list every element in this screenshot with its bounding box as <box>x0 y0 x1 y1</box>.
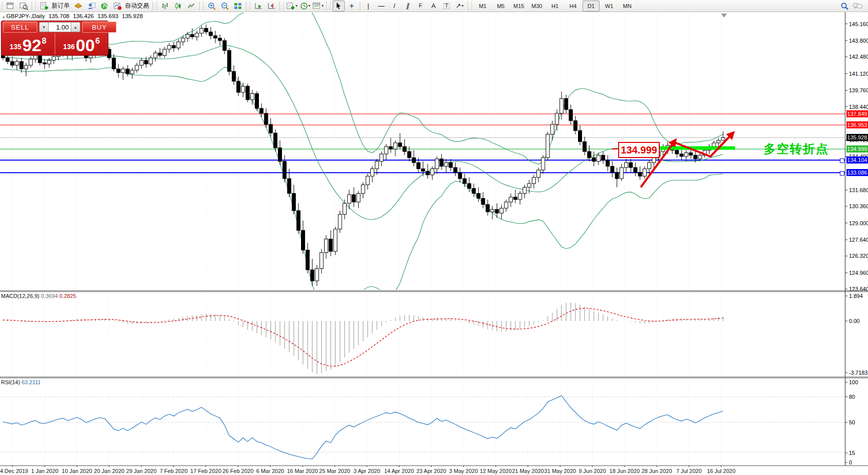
price-tick-label: 124.960 <box>849 270 868 276</box>
main-price-pane <box>0 0 845 317</box>
candle <box>689 153 692 155</box>
candle <box>629 163 633 168</box>
price-tick-label: 142.480 <box>849 54 868 60</box>
date-tick-label: 3 May 2020 <box>449 468 478 474</box>
candle <box>675 150 679 154</box>
buy-price-pips: 00 <box>76 38 95 53</box>
candle <box>421 169 425 171</box>
candle <box>163 49 167 55</box>
candle <box>191 35 194 37</box>
candle <box>283 162 286 179</box>
date-tick-label: 31 May 2020 <box>544 468 576 474</box>
candle <box>523 187 526 193</box>
candle <box>287 179 291 193</box>
candle <box>158 53 162 55</box>
buy-price-pipette: 6 <box>95 37 100 46</box>
pane-borders <box>0 12 868 467</box>
buy-button[interactable]: BUY <box>82 22 116 33</box>
candle <box>334 229 337 251</box>
candle <box>435 159 439 169</box>
candle <box>338 214 342 229</box>
price-level-chip-137.849: 137.849 <box>846 110 868 117</box>
candle <box>477 194 480 199</box>
candle <box>426 171 429 175</box>
candle <box>463 179 467 184</box>
candle <box>430 169 434 175</box>
candle <box>172 46 176 48</box>
date-tick-label: 10 Jan 2020 <box>62 468 92 474</box>
low-value: 135.693 <box>97 13 118 19</box>
date-tick-label: 6 Mar 2020 <box>256 468 284 474</box>
candle <box>255 94 259 108</box>
price-tick-label: 145.160 <box>849 21 868 27</box>
candle <box>615 173 619 179</box>
buy-price-big-figure: 136 <box>63 43 75 51</box>
rsi-scale-label: 100 <box>849 379 858 385</box>
candle <box>602 155 605 160</box>
sell-button[interactable]: SELL <box>3 22 37 33</box>
buy-price[interactable]: 136 00 6 <box>55 33 108 54</box>
candle <box>486 205 490 212</box>
price-level-chip-135.928: 135.928 <box>846 134 868 141</box>
candle <box>149 58 153 64</box>
price-tick-label: 129.000 <box>849 220 868 226</box>
candle <box>121 69 125 72</box>
macd-pane <box>3 302 723 374</box>
open-value: 135.708 <box>49 13 70 19</box>
chart-title: ▴GBPJPY-,Daily 135.708 136.426 135.693 1… <box>3 13 145 19</box>
candle <box>25 65 28 69</box>
candle <box>168 46 171 49</box>
candle <box>250 94 254 100</box>
candle <box>643 169 646 176</box>
candle <box>394 143 397 149</box>
candle <box>417 163 420 169</box>
candle <box>269 124 272 133</box>
candle <box>468 184 471 189</box>
chart-shift-marker[interactable] <box>721 14 727 18</box>
candle <box>195 33 199 37</box>
candle <box>209 32 213 36</box>
volume-input[interactable] <box>49 22 71 32</box>
candle <box>200 28 203 33</box>
price-tick-label: 123.640 <box>849 286 868 292</box>
price-tick-label: 143.800 <box>849 38 868 44</box>
date-tick-label: 7 Feb 2020 <box>160 468 188 474</box>
volume-down-button[interactable]: ▼ <box>39 22 49 32</box>
one-click-trading-panel: SELL ▼ ▲ BUY 135 92 8 136 00 6 <box>1 21 108 56</box>
candle <box>445 163 448 166</box>
candle <box>684 153 688 156</box>
volume-up-button[interactable]: ▲ <box>71 22 80 32</box>
candle <box>440 159 444 167</box>
turning-point-label[interactable]: 多空转折点 <box>764 141 829 157</box>
line-endpoint-handle[interactable] <box>840 171 844 176</box>
line-endpoint-handle[interactable] <box>840 159 844 163</box>
candle <box>352 195 356 202</box>
rsi-value: 63.2111 <box>22 379 41 385</box>
price-level-chip-134.104: 134.104 <box>846 156 868 164</box>
level-annotation-box[interactable]: 134.999 <box>618 142 660 158</box>
candle <box>638 173 642 176</box>
candle <box>717 140 720 143</box>
sell-price-pipette: 8 <box>42 37 46 46</box>
date-tick-label: 17 Feb 2020 <box>190 468 221 474</box>
candle <box>52 57 56 60</box>
candle <box>504 202 508 208</box>
chart-canvas[interactable] <box>0 0 868 475</box>
candle <box>43 63 46 64</box>
price-tick-label: 126.320 <box>849 253 868 259</box>
candle <box>361 185 365 193</box>
candle <box>260 108 263 113</box>
spin-up-icon: ▲ <box>74 25 78 30</box>
sell-price[interactable]: 135 92 8 <box>2 33 55 54</box>
candle <box>232 71 236 81</box>
candle <box>181 38 185 42</box>
rsi-name: RSI(14) <box>1 379 20 385</box>
date-tick-label: 21 May 2020 <box>512 468 544 474</box>
candle <box>454 168 457 173</box>
candle <box>371 169 374 176</box>
candle <box>177 42 180 48</box>
candle <box>694 155 697 159</box>
candle <box>154 53 157 58</box>
macd-name: MACD(12,26,9) <box>1 293 39 299</box>
candle <box>527 184 531 187</box>
